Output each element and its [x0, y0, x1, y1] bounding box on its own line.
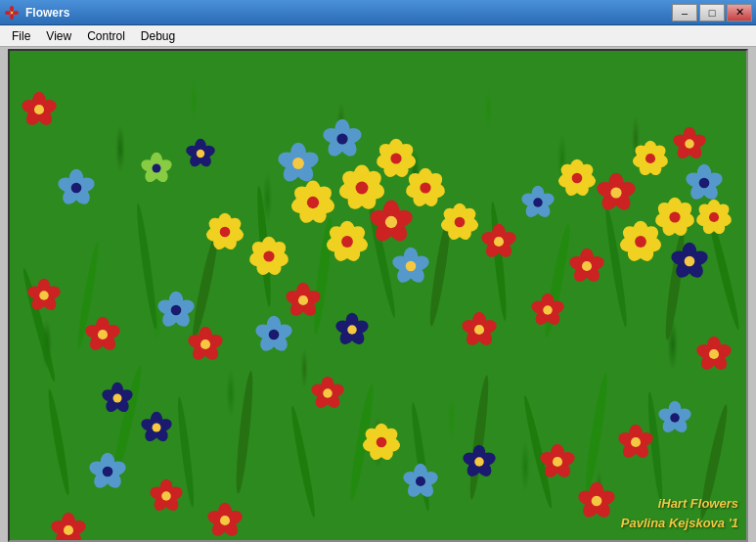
svg-point-149 [385, 216, 397, 228]
svg-point-203 [572, 173, 583, 184]
flower [20, 92, 58, 128]
svg-point-217 [645, 154, 655, 163]
minimize-button[interactable]: – [672, 4, 697, 22]
menu-item-view[interactable]: View [38, 27, 79, 45]
app-icon [4, 5, 20, 21]
svg-point-245 [635, 236, 646, 248]
flower [310, 377, 346, 411]
flower [653, 198, 695, 239]
maximize-button[interactable]: □ [699, 4, 725, 22]
svg-point-209 [610, 187, 621, 198]
flower [334, 313, 371, 347]
menu-item-control[interactable]: Control [79, 27, 133, 45]
flower [140, 153, 174, 185]
svg-point-1 [10, 6, 14, 12]
flower [375, 139, 417, 180]
svg-point-22 [289, 405, 318, 518]
flower [325, 221, 369, 264]
flower [56, 169, 96, 207]
svg-point-77 [153, 164, 161, 173]
svg-point-195 [533, 198, 543, 207]
svg-point-4 [13, 11, 19, 15]
flower [337, 165, 386, 212]
svg-point-283 [269, 330, 280, 340]
svg-point-351 [709, 349, 719, 359]
flower [618, 221, 662, 264]
svg-point-29 [697, 403, 732, 519]
svg-point-339 [631, 437, 641, 447]
flower [462, 445, 498, 479]
svg-point-289 [200, 339, 210, 349]
svg-point-27 [582, 372, 610, 493]
svg-point-175 [347, 325, 357, 335]
svg-point-7 [134, 203, 159, 330]
svg-point-83 [197, 150, 204, 158]
svg-point-301 [323, 388, 333, 398]
flower [557, 159, 598, 199]
flower [404, 168, 446, 209]
svg-point-65 [103, 467, 113, 477]
flower [156, 292, 196, 330]
flower [83, 317, 121, 353]
flower [186, 327, 224, 363]
flower [684, 164, 724, 203]
title-bar: Flowers – □ ✕ [0, 0, 756, 25]
window-controls: – □ ✕ [672, 4, 752, 22]
svg-point-28 [645, 391, 665, 503]
canvas-area: iHart Flowers Pavlina Kejskova '1 [8, 49, 748, 542]
flower [149, 479, 185, 514]
svg-point-169 [298, 295, 308, 305]
svg-point-333 [592, 496, 602, 507]
svg-point-2 [10, 14, 14, 20]
svg-point-99 [263, 250, 274, 261]
svg-point-119 [307, 197, 319, 208]
flower [253, 316, 293, 354]
svg-point-15 [602, 204, 630, 328]
svg-point-26 [521, 395, 555, 510]
svg-point-135 [390, 153, 401, 163]
flower [657, 401, 693, 435]
flower [247, 237, 289, 278]
svg-point-47 [39, 291, 49, 300]
window-title: Flowers [25, 6, 69, 20]
svg-point-143 [341, 236, 353, 248]
svg-point-25 [467, 375, 492, 500]
flower [672, 127, 708, 161]
svg-point-183 [455, 217, 466, 228]
svg-point-309 [377, 437, 387, 448]
flower [567, 248, 605, 285]
svg-point-59 [113, 394, 122, 403]
svg-point-189 [494, 237, 504, 247]
svg-point-237 [669, 211, 680, 222]
svg-point-111 [336, 133, 347, 144]
flower [632, 141, 670, 178]
svg-point-127 [356, 182, 369, 195]
svg-point-327 [553, 457, 562, 467]
flower [576, 482, 616, 520]
svg-point-41 [71, 183, 82, 194]
menu-item-debug[interactable]: Debug [133, 27, 183, 45]
svg-point-369 [153, 424, 161, 432]
flower [694, 337, 733, 373]
svg-point-3 [5, 11, 11, 15]
svg-point-295 [171, 305, 182, 316]
svg-point-321 [474, 457, 484, 467]
flower [140, 412, 174, 444]
flower [390, 248, 430, 286]
flower [460, 312, 498, 348]
menu-item-file[interactable]: File [4, 27, 38, 45]
svg-point-265 [582, 261, 592, 271]
svg-point-363 [220, 516, 230, 525]
svg-point-229 [699, 178, 710, 189]
svg-point-345 [670, 413, 680, 423]
svg-point-315 [416, 476, 425, 486]
title-bar-left: Flowers [4, 5, 69, 21]
flower [695, 200, 734, 237]
flower [185, 139, 217, 169]
close-button[interactable]: ✕ [727, 4, 752, 22]
flower [276, 143, 321, 185]
svg-point-71 [64, 525, 73, 535]
svg-point-157 [420, 182, 430, 193]
svg-point-53 [98, 330, 108, 339]
flower [595, 173, 637, 213]
